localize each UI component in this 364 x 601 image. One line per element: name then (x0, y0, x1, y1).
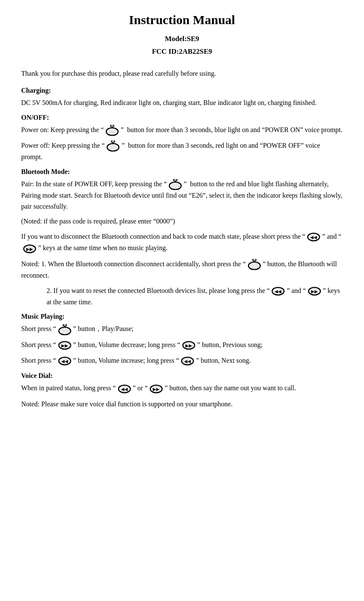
bluetooth-disconnect: If you want to disconnect the Bluetooth … (21, 231, 343, 254)
forward-button-icon-2: ▶▶ (307, 286, 322, 297)
music-line1: Short press “” button，Play/Pause; (21, 323, 343, 335)
music-line2-suffix: ; (261, 341, 262, 348)
svg-text:◀◀: ◀◀ (275, 289, 281, 294)
svg-point-20 (59, 327, 71, 335)
power-button-icon-3 (168, 179, 183, 190)
forward-button-icon-5: ▶▶ (149, 383, 164, 394)
bluetooth-passcode: (Noted: if the pass code is required, pl… (21, 216, 343, 227)
svg-text:▶▶: ▶▶ (153, 387, 160, 391)
power-off-text: Power off: Keep pressing the “” button f… (21, 140, 343, 163)
svg-text:◀◀: ◀◀ (310, 235, 317, 240)
svg-point-13 (248, 262, 260, 270)
model-label: Model:SE9 (21, 35, 343, 43)
bluetooth-heading: Bluetooth Mode: (21, 167, 343, 177)
svg-point-22 (63, 324, 66, 326)
power-button-icon-1 (105, 125, 120, 136)
svg-point-2 (110, 125, 114, 127)
music-line3: Short press “◀◀” button, Volume increase… (21, 355, 343, 367)
fcc-id-label: FCC ID:2AB22SE9 (21, 47, 343, 56)
backward-button-icon-3: ◀◀ (57, 356, 72, 367)
svg-text:▶▶: ▶▶ (26, 247, 33, 251)
page-title: Instruction Manual (21, 13, 343, 27)
svg-point-8 (174, 179, 177, 181)
backward-button-icon-1: ◀◀ (306, 232, 321, 243)
backward-button-icon-4: ◀◀ (180, 356, 195, 367)
charging-body: DC 5V 500mA for charging, Red indicator … (21, 97, 343, 108)
svg-text:▶▶: ▶▶ (61, 343, 68, 348)
power-button-icon-4 (247, 259, 262, 270)
voice-dial-heading: Voice Dial: (21, 371, 343, 381)
power-button-icon-2 (105, 141, 121, 152)
forward-button-icon-1: ▶▶ (22, 243, 37, 254)
voice-dial-noted: Noted: Please make sure voice dial funct… (21, 399, 343, 410)
svg-point-15 (253, 259, 256, 261)
onoff-heading: ON/OFF: (21, 113, 343, 123)
forward-button-icon-4: ▶▶ (181, 340, 196, 351)
svg-text:◀◀: ◀◀ (121, 387, 128, 391)
music-heading: Music Playing: (21, 312, 343, 322)
svg-text:◀◀: ◀◀ (184, 359, 191, 364)
voice-dial-body: When in paired status, long press “◀◀” o… (21, 383, 343, 394)
power-button-icon-5 (57, 324, 72, 335)
bluetooth-noted-1: Noted: 1. When the Bluetooth connection … (21, 259, 343, 281)
svg-text:◀◀: ◀◀ (61, 359, 68, 364)
svg-point-5 (111, 141, 115, 143)
charging-heading: Charging: (21, 85, 343, 96)
forward-button-icon-3: ▶▶ (57, 340, 72, 351)
power-on-text: Power on: Keep pressing the “” button fo… (21, 124, 343, 136)
intro-text: Thank you for purchase this product, ple… (21, 69, 343, 79)
bluetooth-noted-2: 2. If you want to reset the connected Bl… (21, 285, 343, 308)
svg-point-0 (106, 128, 118, 135)
backward-button-icon-5: ◀◀ (117, 383, 132, 394)
music-line2: Short press “▶▶” button, Volume decrease… (21, 339, 343, 351)
backward-button-icon-2: ◀◀ (270, 286, 286, 297)
svg-text:▶▶: ▶▶ (185, 343, 192, 348)
svg-text:▶▶: ▶▶ (311, 289, 318, 294)
svg-point-3 (107, 143, 119, 151)
bluetooth-pair-text: Pair: In the state of POWER OFF, keep pr… (21, 179, 343, 212)
svg-point-6 (169, 182, 181, 190)
